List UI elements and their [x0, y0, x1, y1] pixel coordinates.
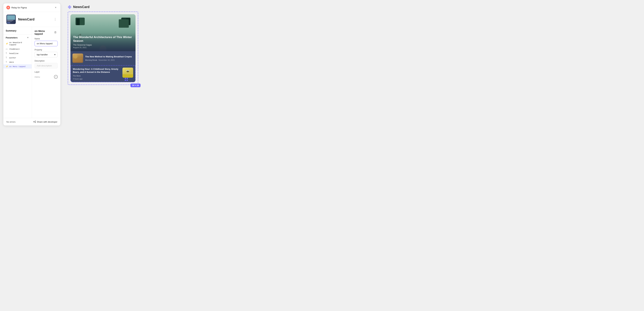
newscard-container: The Wonderful Architectures of This Wint… [68, 12, 138, 85]
article-medium-author: Morning Break [85, 59, 97, 61]
sidebar-item-on-newscard-tapped[interactable]: ⚡ on NewsCard tapped [3, 40, 32, 47]
svg-line-10 [34, 122, 35, 122]
share-button[interactable]: Share with developer [33, 120, 57, 123]
preview-header: NewsCard [68, 5, 222, 9]
property-label: Property [34, 49, 58, 51]
close-button[interactable]: × [54, 6, 57, 9]
share-icon [33, 120, 36, 123]
layer-label: Layer [34, 71, 58, 73]
param-label: headline [9, 52, 18, 54]
component-name: NewsCard [18, 18, 51, 21]
chevron-down-icon: ▾ [54, 53, 56, 56]
name-input[interactable] [34, 41, 58, 46]
content-header: on Menu tapped [34, 30, 58, 35]
article-medium-meta: Morning Break November 10, 2021 [85, 59, 134, 61]
svg-point-14 [126, 70, 128, 71]
preview-title: NewsCard [73, 5, 90, 9]
newscard-inner: The Wonderful Architectures of This Wint… [70, 14, 136, 82]
panel-body: Summary Parameters + ⚡ on NewsCard tappe… [3, 27, 60, 118]
params-header: Parameters + [3, 36, 32, 40]
panel-header-left: Relay for Figma [6, 6, 27, 10]
svg-rect-3 [55, 31, 56, 32]
text-icon: T [6, 61, 8, 63]
relay-logo-icon [6, 6, 10, 10]
svg-point-7 [35, 121, 36, 122]
svg-point-8 [35, 122, 36, 123]
sidebar-item-date[interactable]: T date [3, 60, 32, 64]
article-large-overlay: The Wonderful Architectures of This Wint… [70, 33, 136, 51]
description-label: Description [34, 60, 58, 62]
handler-icon: ⚡ [6, 42, 8, 45]
sidebar-item-headline[interactable]: T headline [3, 51, 32, 56]
name-label: Name [34, 38, 58, 40]
property-value: tap-handler [37, 53, 48, 56]
svg-line-9 [34, 121, 35, 122]
article-bottom-content: Wondering Hour: A Childhood Story, Grizz… [73, 68, 120, 80]
panel-sidebar: Summary Parameters + ⚡ on NewsCard tappe… [3, 27, 32, 118]
panel-content: on Menu tapped Name Proper [32, 27, 60, 118]
component-thumbnail [6, 14, 16, 24]
add-param-button[interactable]: + [26, 36, 29, 39]
params-label: Parameters [6, 36, 18, 39]
text-icon: T [6, 56, 8, 59]
param-label: thumbnail [9, 48, 20, 50]
trash-icon [54, 31, 57, 34]
param-label: author [9, 57, 16, 59]
svg-point-1 [8, 7, 8, 8]
no-errors-label: No errors [6, 120, 16, 123]
article-medium-date: November 10, 2021 [98, 59, 115, 61]
size-badge: 24 × 24 [130, 84, 140, 87]
param-label: on NewsCard tapped [9, 42, 29, 46]
more-options-button[interactable]: ⋮ [53, 17, 57, 22]
article-large: The Wonderful Architectures of This Wint… [70, 14, 136, 51]
name-field-row: Name [34, 38, 58, 46]
summary-label: Summary [6, 29, 16, 32]
detail-title: on Menu tapped [34, 30, 53, 35]
share-label: Share with developer [37, 120, 57, 123]
target-layer-button[interactable] [54, 75, 58, 79]
article-medium-title: The New Method to Making Breakfast Crepe… [85, 55, 134, 58]
panel-header: Relay for Figma × [3, 3, 60, 12]
article-medium-image [72, 54, 83, 63]
article-bottom-author: The Bees [73, 75, 120, 77]
article-medium-content: The New Method to Making Breakfast Crepe… [85, 55, 134, 61]
article-bottom-date: 4 hours ago [73, 78, 120, 80]
panel-footer: No errors Share with developer [3, 118, 60, 126]
delete-button[interactable] [53, 30, 58, 35]
figma-diamond-icon [68, 5, 72, 9]
layer-value: menu [34, 76, 40, 78]
description-field-row: Description Add description [34, 60, 58, 68]
property-select[interactable]: tap-handler ▾ [34, 52, 58, 57]
article-bottom-title: Wondering Hour: A Childhood Story, Grizz… [73, 68, 120, 74]
summary-section: Summary [3, 29, 32, 34]
grid-icon [125, 78, 128, 81]
property-field-row: Property tap-handler ▾ [34, 49, 58, 57]
article-bottom: Wondering Hour: A Childhood Story, Grizz… [70, 65, 136, 82]
bee-svg [125, 69, 130, 73]
sidebar-item-on-menu-tapped[interactable]: ⚡ on Menu tapped [3, 64, 32, 68]
description-placeholder: Add description [37, 64, 52, 67]
handler-icon-active: ⚡ [6, 65, 8, 68]
article-large-date: August 25, 2021 [73, 46, 133, 48]
article-large-title: The Wonderful Architectures of This Wint… [73, 36, 133, 43]
sidebar-item-thumbnail[interactable]: ▭ thumbnail [3, 47, 32, 51]
svg-point-6 [33, 122, 34, 122]
article-medium: The New Method to Making Breakfast Crepe… [70, 52, 136, 65]
layer-row: menu [34, 74, 58, 80]
left-panel: Relay for Figma × NewsCard ⋮ Summary Par… [3, 3, 60, 126]
app-title: Relay for Figma [12, 6, 27, 9]
image-icon: ▭ [6, 48, 8, 50]
text-icon: T [6, 52, 8, 54]
description-input[interactable]: Add description [34, 63, 58, 68]
article-bottom-image [122, 68, 133, 78]
preview-area: NewsCard The Wonderful [64, 3, 226, 86]
param-label: date [9, 61, 14, 63]
param-label: on Menu tapped [9, 66, 26, 68]
svg-point-15 [128, 70, 130, 71]
sidebar-item-author[interactable]: T author [3, 56, 32, 60]
layer-field-row: Layer menu [34, 71, 58, 80]
component-info: NewsCard ⋮ [3, 12, 60, 27]
article-large-author: The Seasonal Sagas [73, 44, 133, 46]
